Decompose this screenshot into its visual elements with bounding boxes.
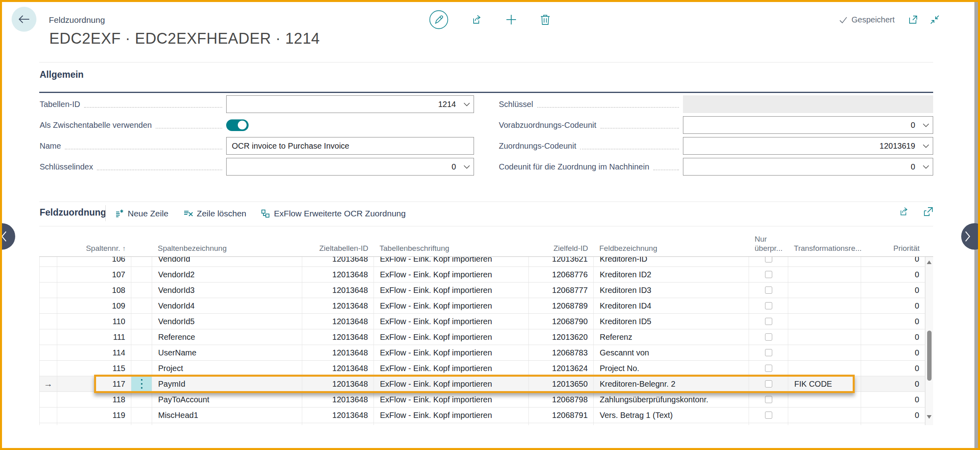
cell-zieltabellen-id[interactable]: 12013648 — [302, 267, 374, 282]
cell-tabellenbeschriftung[interactable]: ExFlow - Eink. Kopf importieren — [374, 408, 529, 423]
cell-spaltennr[interactable]: 115 — [57, 361, 131, 376]
cell-tabellenbeschriftung[interactable]: ExFlow - Eink. Kopf importieren — [374, 298, 529, 313]
cell-prioritaet[interactable]: 0 — [861, 345, 925, 360]
cell-prioritaet[interactable]: 0 — [861, 361, 925, 376]
cell-spaltennr[interactable]: 109 — [57, 298, 131, 313]
dropdown-chevron-icon[interactable] — [919, 123, 933, 127]
cell-zielfeld-id[interactable]: 12068790 — [529, 314, 594, 329]
cell-zieltabellen-id[interactable]: 12013648 — [302, 408, 374, 423]
cell-zielfeld-id[interactable]: 12013620 — [529, 329, 594, 345]
dropdown-chevron-icon[interactable] — [919, 165, 933, 169]
table-row[interactable]: → 107 VendorId2 12013648 ExFlow - Eink. … — [39, 267, 925, 283]
cell-transformationsregel[interactable] — [788, 392, 861, 407]
dropdown-chevron-icon[interactable] — [919, 144, 933, 148]
cell-spaltennr[interactable]: 110 — [57, 314, 131, 329]
validate-only-checkbox[interactable] — [765, 349, 772, 356]
cell-spaltennr[interactable]: 119 — [57, 408, 131, 423]
validate-only-checkbox[interactable] — [765, 365, 772, 372]
next-record-button[interactable] — [961, 223, 980, 250]
dropdown-chevron-icon[interactable] — [460, 103, 474, 106]
header-spaltennr[interactable]: Spaltennr. ↑ — [57, 244, 131, 256]
cell-prioritaet[interactable]: 0 — [861, 376, 925, 391]
cell-spaltenbezeichnung[interactable]: VendorId5 — [152, 314, 302, 329]
cell-prioritaet[interactable]: 0 — [861, 392, 925, 407]
tabellen-id-input[interactable]: 1214 — [226, 95, 474, 113]
table-row[interactable]: → 115 Project 12013648 ExFlow - Eink. Ko… — [39, 361, 925, 376]
scrollbar-thumb[interactable] — [927, 331, 932, 381]
open-in-new-window-icon[interactable] — [908, 14, 919, 25]
scroll-up-icon[interactable] — [927, 260, 932, 264]
header-prioritaet[interactable]: Priorität — [861, 244, 925, 256]
cell-spaltennr[interactable]: 117 — [57, 376, 131, 391]
grid-section-caption[interactable]: Feldzuordnung — [40, 207, 106, 218]
header-tabellenbeschriftung[interactable]: Tabellenbeschriftung — [374, 244, 529, 256]
cell-zielfeld-id[interactable]: 12013621 — [529, 257, 594, 266]
cell-spaltenbezeichnung[interactable]: VendorId — [152, 257, 302, 266]
cell-tabellenbeschriftung[interactable]: ExFlow - Eink. Kopf importieren — [374, 345, 529, 360]
cell-spaltennr[interactable]: 114 — [57, 345, 131, 360]
cell-feldbezeichnung[interactable]: Project No. — [594, 361, 749, 376]
cell-zieltabellen-id[interactable]: 12013648 — [302, 376, 374, 391]
cell-prioritaet[interactable]: 0 — [861, 283, 925, 298]
cell-zielfeld-id[interactable]: 12013624 — [529, 361, 594, 376]
validate-only-checkbox[interactable] — [765, 302, 772, 309]
edit-button[interactable] — [429, 10, 449, 30]
previous-record-button[interactable] — [0, 223, 15, 250]
cell-spaltenbezeichnung[interactable]: Project — [152, 361, 302, 376]
cell-zieltabellen-id[interactable]: 12013648 — [302, 329, 374, 345]
grid-focus-mode-icon[interactable] — [923, 206, 934, 217]
table-row[interactable]: → 119 MiscHead1 12013648 ExFlow - Eink. … — [39, 408, 925, 423]
cell-spaltennr[interactable]: 107 — [57, 267, 131, 282]
new-line-button[interactable]: Neue Zeile — [114, 209, 169, 218]
grid-share-icon[interactable] — [898, 206, 910, 218]
table-row[interactable]: → 118 PayToAccount 12013648 ExFlow - Ein… — [39, 392, 925, 408]
cell-feldbezeichnung[interactable]: Vers. Betrag 1 (Text) — [594, 408, 749, 423]
cell-feldbezeichnung[interactable]: Kreditoren ID3 — [594, 283, 749, 298]
cell-zielfeld-id[interactable]: 12068777 — [529, 283, 594, 298]
cell-spaltenbezeichnung[interactable]: MiscHead1 — [152, 408, 302, 423]
header-zielfeld-id[interactable]: Zielfeld-ID — [529, 244, 594, 256]
section-allgemein-caption[interactable]: Allgemein — [40, 69, 84, 80]
validate-only-checkbox[interactable] — [765, 396, 772, 403]
cell-feldbezeichnung[interactable]: Kreditoren ID5 — [594, 314, 749, 329]
cell-tabellenbeschriftung[interactable]: ExFlow - Eink. Kopf importieren — [374, 376, 529, 391]
cell-zielfeld-id[interactable]: 12068789 — [529, 298, 594, 313]
table-row[interactable]: → 109 VendorId4 12013648 ExFlow - Eink. … — [39, 298, 925, 314]
table-row[interactable]: → 117 PaymId 12013648 ExFlow - Eink. Kop… — [39, 376, 925, 392]
cell-zielfeld-id[interactable]: 12068798 — [529, 392, 594, 407]
cell-tabellenbeschriftung[interactable]: ExFlow - Eink. Kopf importieren — [374, 329, 529, 345]
cell-transformationsregel[interactable] — [788, 257, 861, 266]
cell-zieltabellen-id[interactable]: 12013648 — [302, 345, 374, 360]
validate-only-checkbox[interactable] — [765, 257, 772, 262]
dropdown-chevron-icon[interactable] — [460, 165, 474, 169]
delete-button[interactable] — [539, 13, 551, 26]
cell-zieltabellen-id[interactable]: 12013648 — [302, 257, 374, 266]
table-row[interactable]: → 106 VendorId 12013648 ExFlow - Eink. K… — [39, 257, 925, 267]
cell-transformationsregel[interactable]: FIK CODE — [788, 376, 861, 391]
validate-only-checkbox[interactable] — [765, 412, 772, 419]
cell-feldbezeichnung[interactable]: Gescannt von — [594, 345, 749, 360]
cell-prioritaet[interactable]: 0 — [861, 408, 925, 423]
share-button[interactable] — [470, 13, 483, 26]
cell-zielfeld-id[interactable]: 12068783 — [529, 345, 594, 360]
cell-zieltabellen-id[interactable]: 12013648 — [302, 361, 374, 376]
cell-zielfeld-id[interactable]: 12068791 — [529, 408, 594, 423]
validate-only-checkbox[interactable] — [765, 271, 772, 278]
zwischentabelle-toggle[interactable] — [226, 119, 249, 131]
cell-spaltennr[interactable]: 106 — [57, 257, 131, 266]
cell-spaltenbezeichnung[interactable]: PayToAccount — [152, 392, 302, 407]
table-scrollbar[interactable] — [925, 257, 933, 425]
cell-transformationsregel[interactable] — [788, 314, 861, 329]
new-button[interactable] — [505, 13, 518, 26]
cell-feldbezeichnung[interactable]: Kreditoren-ID — [594, 257, 749, 266]
cell-prioritaet[interactable]: 0 — [861, 257, 925, 266]
cell-tabellenbeschriftung[interactable]: ExFlow - Eink. Kopf importieren — [374, 361, 529, 376]
cell-zieltabellen-id[interactable]: 12013648 — [302, 392, 374, 407]
header-spaltenbezeichnung[interactable]: Spaltenbezeichnung — [152, 244, 302, 256]
cell-tabellenbeschriftung[interactable]: ExFlow - Eink. Kopf importieren — [374, 283, 529, 298]
cell-spaltennr[interactable]: 108 — [57, 283, 131, 298]
name-input[interactable]: OCR invoice to Purchase Invoice — [226, 137, 474, 155]
cell-zielfeld-id[interactable]: 12013650 — [529, 376, 594, 391]
cell-transformationsregel[interactable] — [788, 361, 861, 376]
cell-transformationsregel[interactable] — [788, 329, 861, 345]
